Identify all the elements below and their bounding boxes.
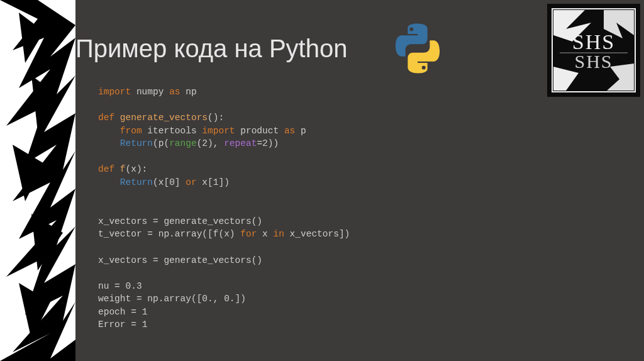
code-token: in [273, 229, 284, 239]
code-token: (p( [153, 138, 169, 148]
code-token: Return [120, 177, 153, 187]
code-token: def [98, 113, 114, 123]
svg-text:SHS: SHS [572, 30, 615, 53]
svg-text:SHS: SHS [574, 51, 613, 72]
code-token: as [169, 87, 180, 97]
code-token: x[ [197, 177, 213, 187]
code-token: np [180, 87, 197, 97]
code-token: import [98, 87, 131, 97]
python-logo-icon [392, 23, 443, 74]
code-token: x [257, 229, 273, 239]
code-token: epoch = [98, 307, 142, 317]
left-decoration [0, 0, 75, 361]
shs-badge-icon: SHS SHS [547, 4, 640, 97]
code-token [98, 177, 120, 187]
code-token: weight = np.array([ [98, 294, 202, 304]
code-token: 0. [202, 294, 213, 304]
code-token: from [120, 126, 142, 136]
code-token: (x): [126, 164, 148, 174]
code-token: repeat [224, 138, 257, 148]
code-token: ]) [235, 294, 246, 304]
code-token: f [114, 164, 125, 174]
code-token: x_vectors]) [284, 229, 350, 239]
code-token: product [235, 126, 284, 136]
code-line: x_vectors = generate_vectors() [98, 255, 262, 265]
code-block: import numpy as np def generate_vectors(… [98, 86, 350, 331]
code-token: range [169, 138, 197, 148]
code-token [98, 126, 120, 136]
code-token: 0 [169, 177, 175, 187]
code-token: p [295, 126, 306, 136]
code-token: for [240, 229, 257, 239]
code-token: or [186, 177, 196, 187]
code-token: 0.3 [126, 281, 142, 291]
code-token [98, 138, 120, 148]
code-token: =2)) [257, 138, 279, 148]
code-token: numpy [131, 87, 169, 97]
code-token: nu = [98, 281, 126, 291]
code-line: x_vectors = generate_vectors() [98, 216, 262, 226]
code-token: t_vector = np.array([f(x) [98, 229, 240, 239]
code-token: 1 [142, 307, 148, 317]
code-token: itertools [142, 126, 203, 136]
code-token: import [202, 126, 235, 136]
code-token: def [98, 164, 114, 174]
code-token: , [213, 294, 224, 304]
code-token: ]) [218, 177, 229, 187]
code-token: (): [208, 113, 224, 123]
code-token: (2), [197, 138, 225, 148]
code-token: 1 [142, 319, 148, 330]
code-token: Return [120, 138, 153, 148]
code-token: 0. [224, 294, 235, 304]
code-token: as [284, 126, 295, 136]
code-token: generate_vectors [114, 113, 208, 123]
code-token: Error = [98, 319, 142, 330]
page-title: Пример кода на Python [75, 35, 347, 63]
code-token: ] [175, 177, 186, 187]
code-token: (x[ [153, 177, 169, 187]
